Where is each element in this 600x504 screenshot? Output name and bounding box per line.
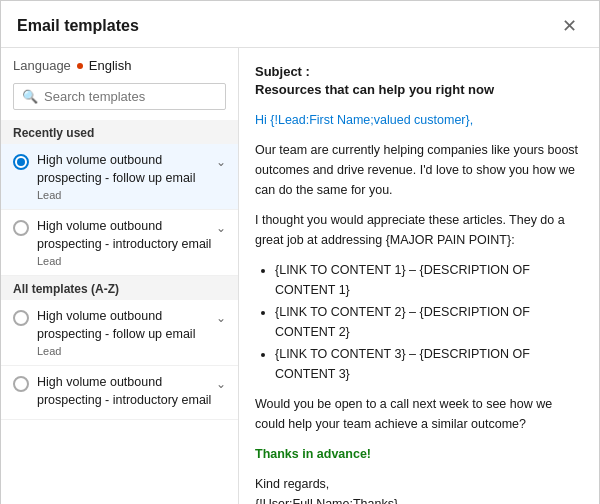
search-icon: 🔍 xyxy=(22,89,38,104)
email-link-2: {LINK TO CONTENT 2} – {DESCRIPTION OF CO… xyxy=(275,302,583,342)
template-name-at-1: High volume outbound prospecting - follo… xyxy=(37,308,216,343)
template-info-at-2: High volume outbound prospecting - intro… xyxy=(37,374,216,411)
email-templates-dialog: Email templates ✕ Language English 🔍 xyxy=(0,0,600,504)
search-bar: 🔍 xyxy=(1,83,238,120)
section-recently-used-header: Recently used xyxy=(1,120,238,144)
language-bar: Language English xyxy=(1,48,238,83)
email-thanks: Thanks in advance! xyxy=(255,444,583,464)
email-link-1: {LINK TO CONTENT 1} – {DESCRIPTION OF CO… xyxy=(275,260,583,300)
email-para1: Our team are currently helping companies… xyxy=(255,140,583,200)
chevron-icon-at-1[interactable]: ⌄ xyxy=(216,311,226,325)
language-label: Language xyxy=(13,58,71,73)
radio-button-at-2[interactable] xyxy=(13,376,29,392)
close-button[interactable]: ✕ xyxy=(556,15,583,37)
template-name-ru-1: High volume outbound prospecting - follo… xyxy=(37,152,216,187)
subject-line: Subject : Resources that can help you ri… xyxy=(255,62,583,98)
search-input[interactable] xyxy=(44,89,217,104)
template-item-ru-2[interactable]: High volume outbound prospecting - intro… xyxy=(1,210,238,276)
dialog-header: Email templates ✕ xyxy=(1,1,599,48)
subject-value: Resources that can help you right now xyxy=(255,82,494,97)
email-para3: Would you be open to a call next week to… xyxy=(255,394,583,434)
chevron-icon-at-2[interactable]: ⌄ xyxy=(216,377,226,391)
radio-button-ru-2[interactable] xyxy=(13,220,29,236)
template-tag-ru-1: Lead xyxy=(37,189,216,201)
dialog-body: Language English 🔍 Recently used xyxy=(1,48,599,504)
email-body: Hi {!Lead:First Name;valued customer}, O… xyxy=(255,110,583,504)
template-name-at-2: High volume outbound prospecting - intro… xyxy=(37,374,216,409)
template-item-at-2[interactable]: High volume outbound prospecting - intro… xyxy=(1,366,238,420)
email-greeting: Hi {!Lead:First Name;valued customer}, xyxy=(255,110,583,130)
template-list: Recently used High volume outbound prosp… xyxy=(1,120,238,504)
language-value: English xyxy=(89,58,132,73)
language-required-dot xyxy=(77,63,83,69)
template-info-ru-2: High volume outbound prospecting - intro… xyxy=(37,218,216,267)
radio-button-ru-1[interactable] xyxy=(13,154,29,170)
greeting-text: Hi {!Lead:First Name;valued customer}, xyxy=(255,113,473,127)
template-tag-at-1: Lead xyxy=(37,345,216,357)
template-info-at-1: High volume outbound prospecting - follo… xyxy=(37,308,216,357)
radio-button-at-1[interactable] xyxy=(13,310,29,326)
email-link-3: {LINK TO CONTENT 3} – {DESCRIPTION OF CO… xyxy=(275,344,583,384)
template-item-at-1[interactable]: High volume outbound prospecting - follo… xyxy=(1,300,238,366)
dialog-title: Email templates xyxy=(17,17,139,35)
email-closing: Kind regards, {!User:Full Name;Thanks} xyxy=(255,474,583,504)
template-tag-ru-2: Lead xyxy=(37,255,216,267)
chevron-icon-ru-2[interactable]: ⌄ xyxy=(216,221,226,235)
email-para2: I thought you would appreciate these art… xyxy=(255,210,583,250)
left-panel: Language English 🔍 Recently used xyxy=(1,48,239,504)
template-item-ru-1[interactable]: High volume outbound prospecting - follo… xyxy=(1,144,238,210)
section-all-templates-header: All templates (A-Z) xyxy=(1,276,238,300)
right-panel: Subject : Resources that can help you ri… xyxy=(239,48,599,504)
template-name-ru-2: High volume outbound prospecting - intro… xyxy=(37,218,216,253)
chevron-icon-ru-1[interactable]: ⌄ xyxy=(216,155,226,169)
email-links-list: {LINK TO CONTENT 1} – {DESCRIPTION OF CO… xyxy=(275,260,583,384)
search-wrapper: 🔍 xyxy=(13,83,226,110)
subject-label: Subject : xyxy=(255,64,310,79)
template-info-ru-1: High volume outbound prospecting - follo… xyxy=(37,152,216,201)
